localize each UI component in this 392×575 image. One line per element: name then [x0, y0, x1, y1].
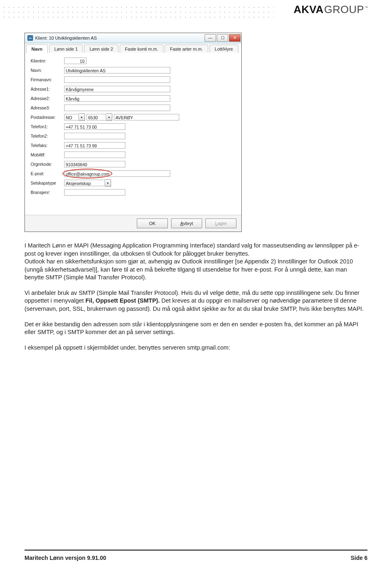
brand-light: GROUP [324, 3, 364, 16]
chevron-down-icon[interactable]: ▾ [105, 179, 111, 187]
dotted-header-pattern [0, 3, 274, 20]
label-navn: Navn: [31, 68, 64, 73]
brand-bold: AKVA [294, 3, 324, 16]
page-footer: Maritech Lønn versjon 9.91.00 Side 6 [24, 550, 368, 561]
app-icon: ∞ [27, 35, 33, 41]
footer-left: Maritech Lønn versjon 9.91.00 [24, 555, 106, 561]
tab-faste-konti[interactable]: Faste konti m.m. [120, 45, 163, 53]
label-telefon1: Telefon1: [31, 124, 64, 129]
label-klientnr: Klientnr: [31, 58, 64, 63]
tab-lonn1[interactable]: Lønn side 1 [49, 45, 83, 53]
input-epost[interactable]: office@akvagroup.com [64, 170, 170, 177]
label-mobiltlf: Mobiltlf: [31, 152, 64, 157]
tab-lott-hyre[interactable]: Lott/Hyre [209, 45, 238, 53]
label-telefaks: Telefaks: [31, 143, 64, 148]
input-mobiltlf[interactable] [64, 152, 125, 158]
input-adresse1[interactable]: Kårvågmyrene [64, 86, 170, 92]
input-telefon1[interactable]: +47 71 51 73 00 [64, 123, 125, 130]
input-firmanavn[interactable] [64, 76, 170, 83]
dialog-window: ∞ Klient: 10 Utviklingsklienten AS — ☐ ✕… [24, 33, 242, 232]
label-firmanavn: Firmanavn: [31, 77, 64, 82]
input-post-place[interactable]: AVERØY [114, 114, 179, 120]
title-bar[interactable]: ∞ Klient: 10 Utviklingsklienten AS — ☐ ✕ [25, 33, 241, 43]
paragraph-1b: Outlook har en sikkerhetsfunksjon som gj… [24, 258, 353, 281]
minimize-button[interactable]: — [205, 34, 216, 42]
tab-strip: Navn Lønn side 1 Lønn side 2 Faste konti… [25, 43, 241, 53]
paragraph-3: Det er ikke bestandig den adressen som s… [24, 321, 368, 337]
paragraph-2: Vi anbefaler bruk av SMTP (Simple Mail T… [24, 289, 368, 313]
tab-lonn2[interactable]: Lønn side 2 [84, 45, 118, 53]
document-body: I Maritech Lønn er MAPI (Messaging Appli… [24, 242, 368, 352]
chevron-down-icon[interactable]: ▾ [79, 114, 85, 121]
paragraph-4: I eksempel på oppsett i skjermbildet und… [24, 344, 368, 352]
input-post-country[interactable]: NO [64, 114, 79, 120]
input-bransjenr[interactable] [64, 189, 125, 196]
ok-button[interactable]: OK [137, 218, 168, 228]
input-selskapstype[interactable]: Aksjeselskap [64, 180, 105, 186]
label-epost: E-post: [31, 171, 64, 176]
input-klientnr[interactable]: 10 [64, 58, 87, 64]
input-adresse2[interactable]: Kårvåg [64, 95, 170, 102]
form-panel: Klientnr:10 Navn:Utviklingsklienten AS F… [25, 53, 241, 215]
input-adresse3[interactable] [64, 105, 170, 111]
chevron-down-icon[interactable]: ▾ [106, 114, 112, 121]
window-title: Klient: 10 Utviklingsklienten AS [35, 36, 97, 40]
paragraph-1: I Maritech Lønn er MAPI (Messaging Appli… [24, 242, 359, 257]
brand-tm: ™ [365, 6, 369, 10]
input-orgnrkode[interactable]: 910340840 [64, 161, 125, 167]
cancel-button[interactable]: Avbryt [171, 218, 202, 228]
label-selskapstype: Selskapstype [31, 181, 64, 185]
input-post-code[interactable]: 6530 [87, 114, 106, 120]
input-navn[interactable]: Utviklingsklienten AS [64, 67, 170, 74]
label-adresse3: Adresse3: [31, 105, 64, 110]
label-orgnrkode: Orgnrkode: [31, 162, 64, 167]
label-adresse2: Adresse2: [31, 96, 64, 101]
label-postadresse: Postadresse: [31, 115, 64, 120]
tab-faste-arter[interactable]: Faste arter m.m. [165, 45, 208, 53]
input-telefon2[interactable] [64, 133, 125, 139]
save-button[interactable]: Lagre [205, 218, 236, 228]
label-bransjenr: Bransjenr: [31, 190, 64, 195]
maximize-button[interactable]: ☐ [217, 34, 228, 42]
input-telefaks[interactable]: +47 71 51 73 99 [64, 142, 125, 149]
label-telefon2: Telefon2: [31, 134, 64, 138]
tab-navn[interactable]: Navn [26, 45, 48, 53]
brand-logo: AKVAGROUP™ [294, 3, 368, 16]
dialog-button-row: OK Avbryt Lagre [25, 215, 241, 232]
footer-right: Side 6 [351, 555, 368, 561]
label-adresse1: Adresse1: [31, 87, 64, 91]
close-button[interactable]: ✕ [229, 34, 241, 42]
